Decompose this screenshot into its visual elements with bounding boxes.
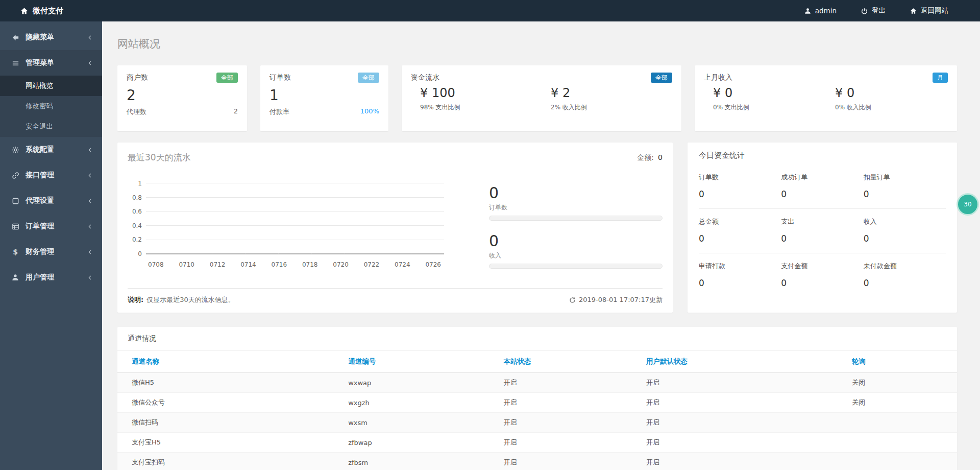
submenu-label: 安全退出 [26, 122, 53, 131]
cell-label: 成功订单 [781, 173, 863, 182]
sidebar-item-label: 订单管理 [26, 222, 80, 231]
flow-chart: 1 0.8 0.6 0.4 0.2 0 [128, 183, 444, 269]
stat-card-merchants: 商户数 全部 2 代理数 2 [117, 65, 247, 131]
col-header-channel-code[interactable]: 通道编号 [344, 351, 499, 373]
today-cell: 申请打款 0 [699, 262, 781, 288]
sidebar-item-site-overview[interactable]: 网站概览 [0, 76, 102, 96]
updated-text: 2019-08-01 17:07:17更新 [579, 295, 663, 304]
cell-polling: 关闭 [848, 393, 957, 413]
sidebar-item-label: 用户管理 [26, 273, 80, 282]
user-menu[interactable]: admin [804, 7, 837, 15]
badge-all: 全部 [216, 73, 238, 83]
today-row: 总金额 0 支出 0 收入 0 [699, 208, 946, 253]
back-to-site-button[interactable]: 返回网站 [910, 6, 948, 15]
sidebar-item-agent-settings[interactable]: 代理设置 [0, 188, 102, 214]
sidebar-item-change-password[interactable]: 修改密码 [0, 96, 102, 116]
square-icon [11, 197, 19, 205]
cell-user-default-status: 开启 [642, 373, 848, 393]
today-title: 今日资金统计 [699, 151, 946, 160]
channels-card: 通道情况 通道名称 通道编号 本站状态 用户默认状态 轮询 微信H5 wxwap… [117, 327, 957, 470]
brand[interactable]: 微付支付 [0, 6, 63, 16]
power-icon [861, 8, 868, 14]
y-tick: 0.2 [132, 236, 142, 243]
cell-value: 0 [699, 233, 781, 244]
sidebar-item-finance-manage[interactable]: $ 财务管理 [0, 239, 102, 265]
cell-label: 支出 [781, 217, 863, 226]
table-row: 微信公众号 wxgzh 开启 开启 关闭 [117, 393, 957, 413]
x-tick: 0724 [395, 261, 410, 268]
chevron-left-icon [86, 35, 94, 40]
flow-card-title: 最近30天的流水 [128, 152, 191, 163]
sidebar-item-user-manage[interactable]: 用户管理 [0, 265, 102, 290]
sidebar-item-api-manage[interactable]: 接口管理 [0, 162, 102, 188]
x-tick: 0716 [272, 261, 287, 268]
brand-label: 微付支付 [33, 6, 63, 16]
x-tick: 0726 [425, 261, 441, 268]
income-group: 0 收入 [489, 232, 663, 269]
stat-sub-value: 100% [360, 107, 379, 116]
cell-channel-code: zfbwap [344, 433, 499, 453]
chevron-left-icon [86, 275, 94, 280]
cell-label: 收入 [864, 217, 946, 226]
cell-site-status: 开启 [499, 413, 642, 433]
floating-service-button[interactable]: 30 [957, 193, 979, 216]
x-tick: 0722 [364, 261, 380, 268]
note-label: 说明: [128, 296, 143, 303]
cell-channel-code: wxwap [344, 373, 499, 393]
sidebar-item-order-manage[interactable]: 订单管理 [0, 214, 102, 239]
flow-side-stats: 0 订单数 0 收入 [489, 183, 663, 269]
flow-chart-card: 最近30天的流水 金额:0 1 0.8 0.6 0.4 0.2 0 [117, 143, 673, 313]
col-header-channel-name[interactable]: 通道名称 [117, 351, 344, 373]
cell-channel-code: zfbsm [344, 453, 499, 470]
income-label: 收入 [489, 251, 663, 260]
col-header-user-default-status[interactable]: 用户默认状态 [642, 351, 848, 373]
badge-month: 月 [933, 73, 948, 83]
amount-value: 0 [658, 153, 663, 161]
order-progress-bar [489, 216, 663, 221]
cell-polling [848, 433, 957, 453]
col-header-site-status[interactable]: 本站状态 [499, 351, 642, 373]
today-cell: 扣量订单 0 [864, 173, 946, 199]
table-row: 微信H5 wxwap 开启 开启 关闭 [117, 373, 957, 393]
user-name: admin [815, 7, 837, 15]
today-cell: 订单数 0 [699, 173, 781, 199]
cell-channel-code: wxgzh [344, 393, 499, 413]
table-row: 支付宝H5 zfbwap 开启 开启 [117, 433, 957, 453]
chevron-left-icon [86, 198, 94, 204]
user-icon [11, 274, 19, 281]
cell-site-status: 开启 [499, 393, 642, 413]
cell-channel-name: 支付宝H5 [117, 433, 344, 453]
gear-icon [11, 146, 19, 154]
chart-plot-area [146, 183, 444, 254]
stat-value: 2 [127, 87, 238, 104]
badge-all: 全部 [358, 73, 379, 83]
cell-label: 申请打款 [699, 262, 781, 271]
sidebar-item-manage-menu[interactable]: 管理菜单 [0, 50, 102, 76]
lastmonth-income-label: 0% 收入比例 [835, 103, 948, 112]
sidebar-item-hide-menu[interactable]: 隐藏菜单 [0, 25, 102, 50]
cell-polling [848, 453, 957, 470]
cell-channel-code: wxsm [344, 413, 499, 433]
refresh-control[interactable]: 2019-08-01 17:07:17更新 [569, 295, 663, 304]
stat-card-orders: 订单数 全部 1 付款率 100% [260, 65, 388, 131]
dollar-icon: $ [11, 248, 19, 256]
x-tick: 0710 [179, 261, 194, 268]
cell-label: 未付款金额 [864, 262, 946, 271]
x-tick: 0720 [333, 261, 349, 268]
x-tick: 0714 [240, 261, 256, 268]
arrow-left-icon [11, 34, 19, 41]
logout-button[interactable]: 登出 [861, 6, 886, 15]
main-content: 网站概况 商户数 全部 2 代理数 2 订单数 全部 1 付款率 100% [102, 21, 980, 470]
flow-note: 说明:仅显示最近30天的流水信息。 [128, 295, 235, 304]
lastmonth-expense-value: ¥ 0 [713, 86, 826, 100]
menu-icon [11, 59, 19, 67]
flow-income-label: 2% 收入比例 [551, 103, 672, 112]
stat-title: 订单数 [270, 73, 291, 82]
table-row: 微信扫码 wxsm 开启 开启 [117, 413, 957, 433]
sidebar-item-safe-exit[interactable]: 安全退出 [0, 116, 102, 137]
sidebar-item-system-config[interactable]: 系统配置 [0, 137, 102, 162]
col-header-polling[interactable]: 轮询 [848, 351, 957, 373]
submenu-label: 网站概览 [26, 81, 53, 90]
today-cell: 总金额 0 [699, 217, 781, 244]
middle-row: 最近30天的流水 金额:0 1 0.8 0.6 0.4 0.2 0 [117, 143, 957, 313]
